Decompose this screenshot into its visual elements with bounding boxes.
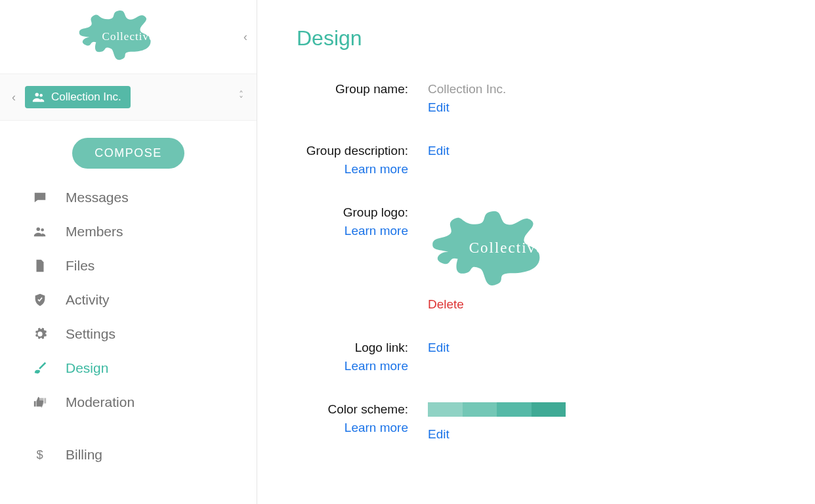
gear-icon — [33, 326, 59, 342]
sidebar-collapse-icon[interactable]: ‹ — [243, 30, 247, 44]
sidebar-item-messages[interactable]: Messages — [0, 180, 257, 215]
svg-text:$: $ — [37, 448, 43, 461]
brand-header: Collective ‹ — [0, 0, 257, 74]
color-swatches — [428, 402, 566, 417]
swatch-1 — [428, 402, 463, 417]
dollar-icon: $ — [33, 447, 59, 463]
row-color-scheme: Color scheme: Learn more Edit — [297, 402, 789, 442]
sidebar-item-settings[interactable]: Settings — [0, 317, 257, 351]
group-logo-text: Collective — [428, 240, 585, 257]
group-selector-bar: ‹ Collection Inc. ˄ ˅ — [0, 74, 257, 121]
row-group-description: Group description: Learn more Edit — [297, 144, 789, 177]
group-name-label: Group name: — [297, 82, 408, 96]
sidebar-item-label: Files — [66, 258, 94, 274]
group-name-value: Collection Inc. — [428, 82, 789, 96]
group-description-edit[interactable]: Edit — [428, 144, 449, 158]
sidebar-item-activity[interactable]: Activity — [0, 283, 257, 317]
sidebar-nav-secondary: $ Billing — [0, 438, 257, 472]
logo-link-edit[interactable]: Edit — [428, 341, 449, 355]
sidebar-item-design[interactable]: Design — [0, 351, 257, 385]
sidebar-item-label: Activity — [66, 292, 110, 308]
row-logo-link: Logo link: Learn more Edit — [297, 341, 789, 373]
sidebar-item-label: Billing — [66, 447, 102, 463]
group-logo-image: Collective — [428, 205, 585, 291]
swatch-4 — [532, 402, 566, 417]
sidebar-nav: Messages Members Files Activity Settings… — [0, 180, 257, 419]
shield-icon — [33, 292, 59, 308]
sidebar-item-label: Settings — [66, 326, 115, 342]
group-sort-toggle[interactable]: ˄ ˅ — [239, 92, 243, 102]
row-group-logo: Group logo: Learn more Collective Delete — [297, 205, 789, 312]
svg-point-2 — [37, 228, 41, 232]
color-scheme-edit[interactable]: Edit — [428, 427, 449, 442]
sidebar-item-label: Design — [66, 360, 108, 376]
group-logo-learn[interactable]: Learn more — [297, 224, 408, 238]
group-description-learn[interactable]: Learn more — [297, 162, 408, 177]
people-icon — [31, 90, 46, 104]
brand-logo-text: Collective — [76, 30, 181, 43]
file-icon — [33, 258, 59, 274]
sidebar-item-label: Members — [66, 224, 123, 240]
chevron-down-icon: ˅ — [239, 94, 243, 105]
compose-wrap: COMPOSE — [0, 121, 257, 180]
group-back-icon[interactable]: ‹ — [12, 91, 16, 104]
svg-point-3 — [41, 228, 44, 232]
logo-link-label: Logo link: — [297, 341, 408, 355]
color-scheme-label: Color scheme: — [297, 402, 408, 417]
sidebar-item-members[interactable]: Members — [0, 215, 257, 249]
main-content: Design Group name: Collection Inc. Edit … — [257, 0, 815, 504]
color-scheme-learn[interactable]: Learn more — [297, 421, 408, 435]
group-logo-label: Group logo: — [297, 205, 408, 220]
compose-button[interactable]: COMPOSE — [72, 138, 184, 169]
sidebar-item-files[interactable]: Files — [0, 249, 257, 283]
swatch-3 — [497, 402, 532, 417]
sidebar-item-label: Messages — [66, 190, 129, 205]
sidebar-item-billing[interactable]: $ Billing — [0, 438, 257, 472]
thumbs-icon — [33, 394, 59, 410]
group-chip[interactable]: Collection Inc. — [25, 86, 131, 108]
sidebar: Collective ‹ ‹ Collection Inc. ˄ ˅ COMPO… — [0, 0, 257, 504]
svg-point-0 — [35, 93, 39, 97]
page-title: Design — [297, 26, 789, 51]
row-group-name: Group name: Collection Inc. Edit — [297, 82, 789, 115]
logo-link-learn[interactable]: Learn more — [297, 359, 408, 373]
chat-icon — [33, 190, 59, 205]
sidebar-item-moderation[interactable]: Moderation — [0, 385, 257, 419]
swatch-2 — [463, 402, 497, 417]
group-description-label: Group description: — [297, 144, 408, 158]
people-icon — [33, 224, 59, 240]
group-name-edit[interactable]: Edit — [428, 100, 449, 115]
group-chip-label: Collection Inc. — [51, 91, 121, 104]
sidebar-item-label: Moderation — [66, 394, 135, 410]
svg-point-1 — [39, 94, 43, 97]
brush-icon — [33, 360, 59, 376]
brand-logo: Collective — [76, 7, 181, 67]
